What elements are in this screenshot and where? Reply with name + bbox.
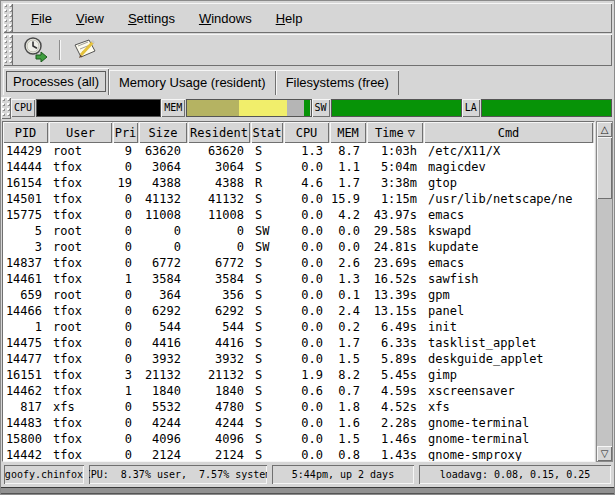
cell-stat: SW xyxy=(251,239,284,255)
scroll-down-icon: ▽ xyxy=(601,448,609,459)
menu-items: File View Settings Windows Help xyxy=(13,3,612,33)
process-row[interactable]: 16151 tfox 3 21132 21132 S 1.9 8.2 5.45s… xyxy=(3,367,594,383)
cell-cmd: kswapd xyxy=(424,223,594,239)
process-row[interactable]: 14444 tfox 0 3064 3064 S 0.0 1.1 5:04m m… xyxy=(3,159,594,175)
cell-pid: 5 xyxy=(3,223,49,239)
cell-user: xfs xyxy=(49,399,113,415)
vertical-scrollbar[interactable]: △ ▽ xyxy=(596,121,613,462)
edit-note-button[interactable] xyxy=(69,36,101,64)
cell-mem: 4.2 xyxy=(330,207,367,223)
toolbar xyxy=(3,34,612,66)
cell-size: 63620 xyxy=(139,143,188,159)
cell-user: tfox xyxy=(49,415,113,431)
tab-filesystems[interactable]: Filesystems (free) xyxy=(276,70,399,95)
menu-file[interactable]: File xyxy=(23,7,60,30)
cell-time: 1:15m xyxy=(367,191,424,207)
swap-meter-label[interactable]: SW xyxy=(312,99,330,117)
cell-cpu: 0.0 xyxy=(284,319,330,335)
scrollbar-thumb[interactable] xyxy=(597,137,612,199)
mem-meter-label[interactable]: MEM xyxy=(161,99,185,117)
column-header-size[interactable]: Size xyxy=(139,122,187,143)
process-row[interactable]: 15800 tfox 0 4096 4096 S 0.0 1.5 1.46s g… xyxy=(3,431,594,447)
cell-size: 0 xyxy=(139,223,188,239)
process-row[interactable]: 14462 tfox 1 1840 1840 S 0.6 0.7 4.59s x… xyxy=(3,383,594,399)
cell-stat: S xyxy=(251,319,284,335)
cpu-meter-label[interactable]: CPU xyxy=(11,99,35,117)
process-row[interactable]: 14501 tfox 0 41132 41132 S 0.0 15.9 1:15… xyxy=(3,191,594,207)
column-header-stat[interactable]: Stat xyxy=(251,122,283,143)
column-header-cpu[interactable]: CPU xyxy=(284,122,329,143)
cell-pri: 0 xyxy=(113,287,139,303)
column-header-pri[interactable]: Pri xyxy=(113,122,138,143)
process-row[interactable]: 14429 root 9 63620 63620 S 1.3 8.7 1:03h… xyxy=(3,143,594,159)
process-row[interactable]: 14461 tfox 1 3584 3584 S 0.0 1.3 16.52s … xyxy=(3,271,594,287)
cell-resident: 3064 xyxy=(188,159,251,175)
column-header-mem[interactable]: MEM xyxy=(330,122,366,143)
cell-user: tfox xyxy=(49,431,113,447)
process-row[interactable]: 659 root 0 364 356 S 0.0 0.1 13.39s gpm xyxy=(3,287,594,303)
cell-resident: 4388 xyxy=(188,175,251,191)
menu-view[interactable]: View xyxy=(68,7,112,30)
loadavg-panel: loadavg: 0.08, 0.15, 0.25 xyxy=(419,465,611,484)
cell-cmd: gnome-terminal xyxy=(424,415,594,431)
cell-size: 3064 xyxy=(139,159,188,175)
tab-memory-usage[interactable]: Memory Usage (resident) xyxy=(109,70,276,95)
toolbar-drag-handle[interactable] xyxy=(3,34,13,66)
menu-help[interactable]: Help xyxy=(268,7,311,30)
timer-refresh-button[interactable] xyxy=(19,36,51,64)
cell-pid: 14466 xyxy=(3,303,49,319)
menubar-drag-handle[interactable] xyxy=(3,3,13,33)
process-list-frame: PID User Pri Size Resident Stat CPU MEM … xyxy=(2,121,595,462)
cell-stat: S xyxy=(251,191,284,207)
cell-time: 1.43s xyxy=(367,447,424,461)
process-row[interactable]: 5 root 0 0 0 SW 0.0 0.0 29.58s kswapd xyxy=(3,223,594,239)
loadavg-meter-label[interactable]: LA xyxy=(462,99,480,117)
process-row[interactable]: 14466 tfox 0 6292 6292 S 0.0 2.4 13.15s … xyxy=(3,303,594,319)
menu-windows[interactable]: Windows xyxy=(191,7,260,30)
cell-user: tfox xyxy=(49,303,113,319)
scroll-down-button[interactable]: ▽ xyxy=(597,446,612,461)
cell-resident: 4096 xyxy=(188,431,251,447)
process-row[interactable]: 15775 tfox 0 11008 11008 S 0.0 4.2 43.97… xyxy=(3,207,594,223)
scrollbar-trough[interactable] xyxy=(597,199,612,446)
cell-cpu: 0.0 xyxy=(284,335,330,351)
process-row[interactable]: 3 root 0 0 0 SW 0.0 0.0 24.81s kupdate xyxy=(3,239,594,255)
cell-cpu: 0.0 xyxy=(284,223,330,239)
cell-pid: 15775 xyxy=(3,207,49,223)
cell-cmd: magicdev xyxy=(424,159,594,175)
cell-pid: 14483 xyxy=(3,415,49,431)
process-row[interactable]: 14837 tfox 0 6772 6772 S 0.0 2.6 23.69s … xyxy=(3,255,594,271)
process-row[interactable]: 14483 tfox 0 4244 4244 S 0.0 1.6 2.28s g… xyxy=(3,415,594,431)
menu-settings[interactable]: Settings xyxy=(120,7,183,30)
notepad-edit-icon xyxy=(72,36,98,65)
cell-stat: S xyxy=(251,367,284,383)
cell-resident: 4780 xyxy=(188,399,251,415)
mem-free-segment xyxy=(304,100,310,116)
cell-cpu: 0.0 xyxy=(284,303,330,319)
cell-stat: S xyxy=(251,335,284,351)
cell-size: 2124 xyxy=(139,447,188,461)
cell-time: 13.15s xyxy=(367,303,424,319)
process-row[interactable]: 817 xfs 0 5532 4780 S 0.0 1.8 4.52s xfs xyxy=(3,399,594,415)
process-row[interactable]: 14477 tfox 0 3932 3932 S 0.0 1.5 5.89s d… xyxy=(3,351,594,367)
column-header-resident[interactable]: Resident xyxy=(188,122,250,143)
column-header-cmd[interactable]: Cmd xyxy=(424,122,593,143)
cell-mem: 0.2 xyxy=(330,319,367,335)
process-row[interactable]: 1 root 0 544 544 S 0.0 0.2 6.49s init xyxy=(3,319,594,335)
cell-size: 4416 xyxy=(139,335,188,351)
tab-processes[interactable]: Processes (all) xyxy=(3,68,109,95)
cell-cmd: xscreensaver xyxy=(424,383,594,399)
cell-pid: 14501 xyxy=(3,191,49,207)
cell-cmd: gnome-terminal xyxy=(424,431,594,447)
scroll-up-button[interactable]: △ xyxy=(597,122,612,137)
column-header-time[interactable]: Time ▽ xyxy=(367,122,423,143)
cell-pri: 0 xyxy=(113,415,139,431)
process-row[interactable]: 16154 tfox 19 4388 4388 R 4.6 1.7 3:38m … xyxy=(3,175,594,191)
scroll-up-icon: △ xyxy=(601,124,609,135)
cpu-meter-bar xyxy=(36,99,161,117)
process-row[interactable]: 14442 tfox 0 2124 2124 S 0.0 0.8 1.43s g… xyxy=(3,447,594,461)
process-row[interactable]: 14475 tfox 0 4416 4416 S 0.0 1.7 6.33s t… xyxy=(3,335,594,351)
column-header-pid[interactable]: PID xyxy=(3,122,48,143)
meters-drag-handle[interactable] xyxy=(1,97,11,119)
column-header-user[interactable]: User xyxy=(49,122,112,143)
